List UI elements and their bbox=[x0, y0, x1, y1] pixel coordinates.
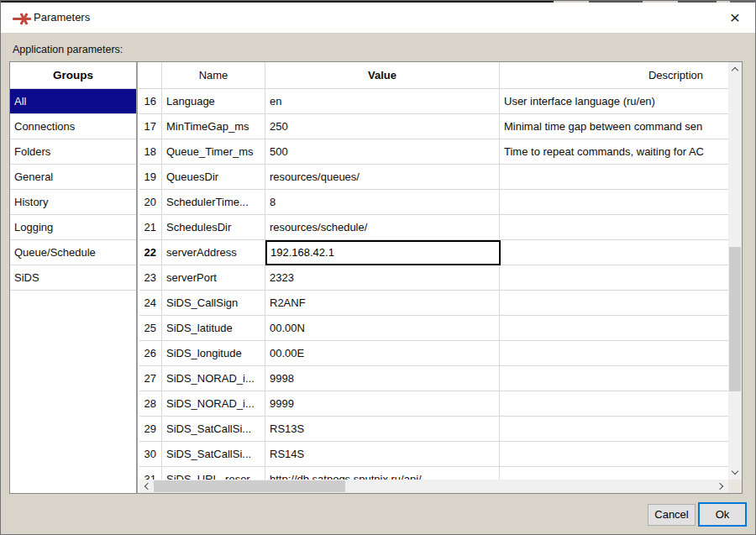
param-name-cell[interactable]: SiDS_CallSign bbox=[162, 291, 265, 315]
param-description-cell[interactable] bbox=[500, 291, 728, 315]
param-description-cell[interactable] bbox=[500, 417, 728, 441]
table-row-24[interactable]: 24SiDS_CallSignR2ANF bbox=[139, 291, 728, 316]
param-description-cell[interactable] bbox=[500, 366, 728, 391]
table-row-28[interactable]: 28SiDS_NORAD_i...9999 bbox=[139, 391, 728, 417]
vertical-scrollbar-thumb[interactable] bbox=[729, 247, 741, 391]
group-item-general[interactable]: General bbox=[10, 165, 136, 190]
group-item-all[interactable]: All bbox=[10, 89, 136, 114]
param-description-cell[interactable]: User interface language (ru/en) bbox=[500, 89, 728, 113]
table-row-27[interactable]: 27SiDS_NORAD_i...9998 bbox=[139, 366, 728, 391]
group-item-folders[interactable]: Folders bbox=[10, 139, 136, 165]
group-item-sids[interactable]: SiDS bbox=[10, 265, 136, 291]
param-name-cell[interactable]: SchedulerTime... bbox=[162, 190, 265, 214]
param-name-cell[interactable]: SchedulesDir bbox=[162, 215, 265, 239]
scroll-left-button[interactable] bbox=[139, 480, 153, 493]
param-value-cell[interactable]: RS14S bbox=[265, 442, 500, 466]
table-row-21[interactable]: 21SchedulesDirresources/schedule/ bbox=[139, 215, 728, 240]
app-logo-asterisk-icon bbox=[13, 10, 31, 27]
ok-button[interactable]: Ok bbox=[698, 502, 747, 527]
param-name-cell[interactable]: SiDS_SatCallSi... bbox=[162, 442, 265, 466]
param-value-cell[interactable]: 9998 bbox=[265, 366, 500, 391]
row-number: 19 bbox=[139, 165, 162, 189]
param-name-cell[interactable]: Queue_Timer_ms bbox=[162, 139, 265, 164]
param-name-cell[interactable]: SiDS_latitude bbox=[162, 316, 265, 340]
row-number: 27 bbox=[139, 366, 162, 391]
param-value-cell[interactable]: 9999 bbox=[265, 391, 500, 416]
param-name-cell[interactable]: serverAddress bbox=[162, 240, 265, 265]
param-description-cell[interactable] bbox=[500, 240, 728, 265]
param-description-cell[interactable] bbox=[500, 265, 728, 290]
param-description-cell[interactable] bbox=[500, 341, 728, 365]
param-value-cell[interactable]: RS13S bbox=[265, 417, 500, 441]
param-value-cell[interactable]: en bbox=[265, 89, 500, 113]
param-value-cell[interactable]: 500 bbox=[265, 139, 500, 164]
table-row-29[interactable]: 29SiDS_SatCallSi...RS13S bbox=[139, 417, 728, 442]
param-name-cell[interactable]: MinTimeGap_ms bbox=[162, 114, 265, 139]
param-value-cell[interactable]: 2323 bbox=[265, 265, 500, 290]
cancel-button[interactable]: Cancel bbox=[648, 504, 696, 526]
table-row-22[interactable]: 22serverAddress192.168.42.1 bbox=[139, 240, 728, 265]
row-number: 24 bbox=[139, 291, 162, 315]
param-description-cell[interactable]: Time to repeat commands, waiting for AC bbox=[500, 139, 728, 164]
value-column-header[interactable]: Value bbox=[265, 62, 500, 88]
table-row-16[interactable]: 16LanguageenUser interface language (ru/… bbox=[139, 89, 728, 114]
param-description-cell[interactable] bbox=[500, 190, 728, 214]
param-name-cell[interactable]: SiDS_NORAD_i... bbox=[162, 391, 265, 416]
param-name-cell[interactable]: QueuesDir bbox=[162, 165, 265, 189]
param-value-cell[interactable]: resources/schedule/ bbox=[265, 215, 500, 239]
param-name-cell[interactable]: SiDS_SatCallSi... bbox=[162, 417, 265, 441]
param-value-cell[interactable]: R2ANF bbox=[265, 291, 500, 315]
table-row-20[interactable]: 20SchedulerTime...8 bbox=[139, 190, 728, 215]
group-item-history[interactable]: History bbox=[10, 190, 136, 215]
param-description-cell[interactable] bbox=[500, 391, 728, 416]
scrollbar-corner bbox=[728, 480, 742, 493]
row-number: 25 bbox=[139, 316, 162, 340]
param-value-cell[interactable]: http://db.satnogs.sputnix.ru/api/ bbox=[265, 467, 500, 480]
param-name-cell[interactable]: SiDS_URL_reser... bbox=[162, 467, 265, 480]
table-row-30[interactable]: 30SiDS_SatCallSi...RS14S bbox=[139, 442, 728, 467]
row-number: 31 bbox=[139, 467, 162, 480]
value-edit-input[interactable]: 192.168.42.1 bbox=[265, 240, 501, 265]
param-name-cell[interactable]: SiDS_longitude bbox=[162, 341, 265, 365]
param-name-cell[interactable]: serverPort bbox=[162, 265, 265, 290]
param-value-cell[interactable]: resources/queues/ bbox=[265, 165, 500, 189]
vertical-scrollbar[interactable] bbox=[728, 62, 742, 480]
table-row-23[interactable]: 23serverPort2323 bbox=[139, 265, 728, 291]
chevron-left-icon bbox=[144, 483, 151, 490]
table-row-31[interactable]: 31SiDS_URL_reser...http://db.satnogs.spu… bbox=[139, 467, 728, 480]
description-column-header[interactable]: Description bbox=[500, 62, 728, 88]
param-value-cell[interactable]: 8 bbox=[265, 190, 500, 214]
parameters-dialog: Parameters × Application parameters: Gro… bbox=[0, 0, 756, 535]
param-description-cell[interactable] bbox=[500, 215, 728, 239]
table-row-17[interactable]: 17MinTimeGap_ms250Minimal time gap betwe… bbox=[139, 114, 728, 139]
row-number: 20 bbox=[139, 190, 162, 214]
close-icon[interactable]: × bbox=[723, 6, 747, 29]
group-item-logging[interactable]: Logging bbox=[10, 215, 136, 240]
table-row-19[interactable]: 19QueuesDirresources/queues/ bbox=[139, 165, 728, 190]
param-description-cell[interactable] bbox=[500, 165, 728, 189]
group-item-connections[interactable]: Connections bbox=[10, 114, 136, 139]
horizontal-scrollbar-thumb[interactable] bbox=[154, 480, 345, 492]
param-value-cell[interactable]: 00.00E bbox=[265, 341, 500, 365]
application-parameters-label: Application parameters: bbox=[13, 44, 123, 55]
horizontal-scrollbar[interactable] bbox=[139, 480, 728, 493]
param-description-cell[interactable] bbox=[500, 316, 728, 340]
parameters-table: Name Value Description 16LanguageenUser … bbox=[139, 62, 728, 480]
scroll-up-button[interactable] bbox=[728, 62, 742, 76]
table-row-25[interactable]: 25SiDS_latitude00.00N bbox=[139, 316, 728, 341]
scroll-right-button[interactable] bbox=[715, 480, 728, 493]
param-description-cell[interactable] bbox=[500, 442, 728, 466]
param-name-cell[interactable]: Language bbox=[162, 89, 265, 113]
param-description-cell[interactable] bbox=[500, 467, 728, 480]
table-header-row: Name Value Description bbox=[139, 62, 728, 89]
scroll-down-button[interactable] bbox=[728, 466, 742, 480]
param-value-cell[interactable]: 00.00N bbox=[265, 316, 500, 340]
param-value-cell[interactable]: 250 bbox=[265, 114, 500, 139]
parameters-panel: Groups AllConnectionsFoldersGeneralHisto… bbox=[9, 61, 743, 494]
group-item-queue-schedule[interactable]: Queue/Schedule bbox=[10, 240, 136, 265]
table-row-26[interactable]: 26SiDS_longitude00.00E bbox=[139, 341, 728, 366]
param-name-cell[interactable]: SiDS_NORAD_i... bbox=[162, 366, 265, 391]
param-description-cell[interactable]: Minimal time gap between command sen bbox=[500, 114, 728, 139]
name-column-header[interactable]: Name bbox=[162, 62, 265, 88]
table-row-18[interactable]: 18Queue_Timer_ms500Time to repeat comman… bbox=[139, 139, 728, 165]
